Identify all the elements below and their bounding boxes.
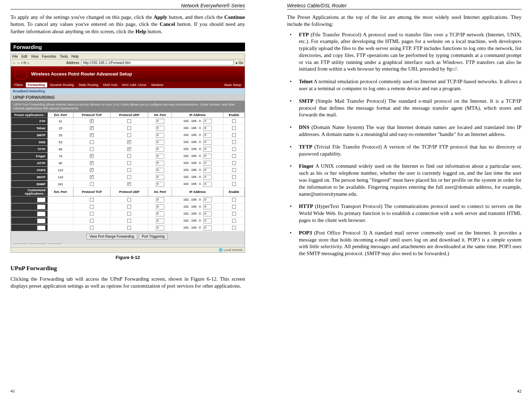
enable-check[interactable]: [223, 132, 245, 139]
ip-address[interactable]: 192 . 168 . 0 . 0: [172, 224, 223, 231]
udp-check[interactable]: [110, 153, 148, 160]
enable-check[interactable]: [223, 160, 245, 167]
enable-check[interactable]: [223, 210, 245, 217]
int-port[interactable]: 0: [148, 203, 172, 210]
ip-address[interactable]: 192 . 168 . 0 . 0: [172, 196, 223, 203]
udp-check[interactable]: [110, 139, 148, 146]
udp-check[interactable]: [110, 196, 148, 203]
tab-forwarding[interactable]: Forwarding: [26, 82, 47, 87]
enable-check[interactable]: [223, 196, 245, 203]
enable-check[interactable]: [223, 217, 245, 224]
tcp-check[interactable]: [73, 118, 110, 125]
int-port[interactable]: 0: [148, 181, 172, 188]
ip-address[interactable]: 192 . 168 . 0 . 0: [172, 132, 223, 139]
menu-tools[interactable]: Tools: [60, 55, 68, 58]
tcp-check[interactable]: [73, 224, 110, 231]
ip-address[interactable]: 192 . 168 . 0 . 0: [172, 203, 223, 210]
enable-check[interactable]: [223, 203, 245, 210]
tab-dynamic-routing[interactable]: Dynamic Routing: [48, 82, 76, 87]
ip-address[interactable]: 192 . 168 . 0 . 0: [172, 167, 223, 174]
tab-filters[interactable]: Filters: [12, 82, 25, 87]
custom-ext-port[interactable]: 0: [11, 217, 48, 224]
int-port[interactable]: 0: [148, 210, 172, 217]
enable-check[interactable]: [223, 153, 245, 160]
ext-port-c[interactable]: [48, 196, 73, 203]
udp-check[interactable]: [110, 203, 148, 210]
int-port[interactable]: 0: [148, 132, 172, 139]
udp-check[interactable]: [110, 118, 148, 125]
tab-wireless[interactable]: Wireless: [149, 82, 166, 87]
ext-port-c[interactable]: [48, 210, 73, 217]
int-port[interactable]: 0: [148, 139, 172, 146]
int-port[interactable]: 0: [148, 125, 172, 132]
ext-port-c[interactable]: [48, 203, 73, 210]
enable-check[interactable]: [223, 224, 245, 231]
enable-check[interactable]: [223, 167, 245, 174]
ip-address[interactable]: 192 . 168 . 0 . 0: [172, 210, 223, 217]
enable-check[interactable]: [223, 181, 245, 188]
menu-help[interactable]: Help: [71, 55, 79, 58]
int-port[interactable]: 0: [148, 217, 172, 224]
udp-check[interactable]: [110, 224, 148, 231]
custom-ext-port[interactable]: 0: [11, 210, 48, 217]
link-port-triggering[interactable]: Port Triggering: [139, 233, 168, 239]
udp-check[interactable]: [110, 146, 148, 153]
custom-ext-port[interactable]: 0: [11, 203, 48, 210]
int-port[interactable]: 0: [148, 160, 172, 167]
udp-check[interactable]: [110, 174, 148, 181]
tcp-check[interactable]: [73, 153, 110, 160]
int-port[interactable]: 0: [148, 118, 172, 125]
tab-mac-addr-clone[interactable]: MAC Addr. Clone: [120, 82, 149, 87]
menu-file[interactable]: File: [12, 55, 18, 58]
tcp-check[interactable]: [73, 210, 110, 217]
udp-check[interactable]: [110, 132, 148, 139]
udp-check[interactable]: [110, 210, 148, 217]
ip-address[interactable]: 192 . 168 . 0 . 0: [172, 153, 223, 160]
ip-address[interactable]: 192 . 168 . 0 . 0: [172, 125, 223, 132]
tcp-check[interactable]: [73, 174, 110, 181]
enable-check[interactable]: [223, 139, 245, 146]
tcp-check[interactable]: [73, 181, 110, 188]
link-view-port-range-forwarding[interactable]: View Port Range Forwarding: [86, 233, 137, 239]
tcp-check[interactable]: [73, 160, 110, 167]
tcp-check[interactable]: [73, 125, 110, 132]
ip-address[interactable]: 192 . 168 . 0 . 0: [172, 160, 223, 167]
udp-check[interactable]: [110, 160, 148, 167]
custom-ext-port[interactable]: 0: [11, 224, 48, 231]
custom-ext-port[interactable]: 0: [11, 196, 48, 203]
ext-port-c[interactable]: [48, 224, 73, 231]
udp-check[interactable]: [110, 125, 148, 132]
go-icon[interactable]: ▸ Go: [236, 61, 243, 65]
ip-address[interactable]: 192 . 168 . 0 . 0: [172, 181, 223, 188]
menu-edit[interactable]: Edit: [21, 55, 27, 58]
int-port[interactable]: 0: [148, 153, 172, 160]
tcp-check[interactable]: [73, 146, 110, 153]
enable-check[interactable]: [223, 125, 245, 132]
address-box[interactable]: http://192.168.1.1/Forward.htm: [81, 60, 233, 65]
ip-address[interactable]: 192 . 168 . 0 . 0: [172, 217, 223, 224]
tcp-check[interactable]: [73, 167, 110, 174]
enable-check[interactable]: [223, 118, 245, 125]
int-port[interactable]: 0: [148, 167, 172, 174]
udp-check[interactable]: [110, 167, 148, 174]
int-port[interactable]: 0: [148, 146, 172, 153]
enable-check[interactable]: [223, 146, 245, 153]
int-port[interactable]: 0: [148, 174, 172, 181]
udp-check[interactable]: [110, 217, 148, 224]
tab-basic-setup[interactable]: Basic Setup: [222, 82, 243, 87]
int-port[interactable]: 0: [148, 224, 172, 231]
tcp-check[interactable]: [73, 203, 110, 210]
ip-address[interactable]: 192 . 168 . 0 . 0: [172, 146, 223, 153]
menu-view[interactable]: View: [31, 55, 38, 58]
udp-check[interactable]: [110, 181, 148, 188]
tab-static-routing[interactable]: Static Routing: [77, 82, 100, 87]
ip-address[interactable]: 192 . 168 . 0 . 0: [172, 118, 223, 125]
tcp-check[interactable]: [73, 196, 110, 203]
ext-port-c[interactable]: [48, 217, 73, 224]
tab-dmz-host[interactable]: DMZ Host: [101, 82, 120, 87]
enable-check[interactable]: [223, 174, 245, 181]
tcp-check[interactable]: [73, 217, 110, 224]
menu-favorites[interactable]: Favorites: [42, 55, 56, 58]
ip-address[interactable]: 192 . 168 . 0 . 0: [172, 174, 223, 181]
ip-address[interactable]: 192 . 168 . 0 . 0: [172, 139, 223, 146]
